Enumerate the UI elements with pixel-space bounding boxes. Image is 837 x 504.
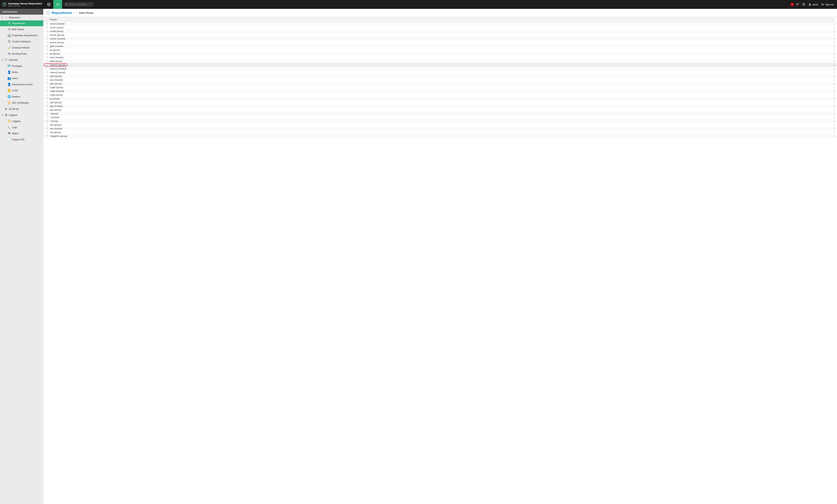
shield-alt-icon: ⛨ — [5, 107, 7, 110]
recipe-row[interactable]: maven2 (proxy)› — [43, 71, 837, 74]
sidebar-item-ldap[interactable]: 📒LDAP — [0, 88, 43, 94]
refresh-button[interactable] — [795, 2, 800, 7]
recipe-row[interactable]: pypi (group)› — [43, 101, 837, 104]
svg-point-16 — [46, 45, 48, 46]
sidebar-item-label: Logs — [12, 126, 17, 129]
sidebar-item-content-selectors[interactable]: ☰Content Selectors — [0, 38, 43, 44]
recipe-row[interactable]: raw (group)› — [43, 123, 837, 127]
recipe-row[interactable]: go (group)› — [43, 48, 837, 52]
svg-point-40 — [46, 135, 48, 136]
recipe-row[interactable]: docker (proxy)› — [43, 41, 837, 44]
sidebar-section-iq-server[interactable]: ⛨IQ Server — [0, 106, 43, 112]
db-icon — [45, 90, 49, 92]
sidebar-item-label: Routing Rules — [12, 52, 27, 55]
sidebar-item-users[interactable]: 👥Users — [0, 75, 43, 81]
recipe-row[interactable]: npm (hosted)› — [43, 78, 837, 82]
recipe-row[interactable]: r (hosted)› — [43, 115, 837, 119]
sidebar-item-support-zip[interactable]: 📄Support ZIP — [0, 137, 43, 143]
recipe-row[interactable]: docker (hosted)› — [43, 37, 837, 41]
svg-point-17 — [46, 49, 48, 50]
recipe-label: gitlfs (hosted) — [49, 45, 834, 48]
recipe-row[interactable]: maven2 (hosted)› — [43, 67, 837, 71]
db-icon — [45, 37, 49, 40]
recipe-row[interactable]: pypi (proxy)› — [43, 108, 837, 112]
recipe-row[interactable]: maven2 (group)› — [43, 63, 837, 67]
recipe-label: helm (hosted) — [49, 56, 834, 59]
svg-point-1 — [66, 3, 67, 5]
recipe-label: helm (proxy) — [49, 60, 834, 62]
recipe-row[interactable]: pypi (hosted)› — [43, 104, 837, 108]
recipe-label: pypi (group) — [49, 101, 834, 104]
sidebar-item-anonymous-access[interactable]: 👤Anonymous Access — [0, 81, 43, 88]
recipe-row[interactable]: nuget (hosted)› — [43, 89, 837, 93]
recipe-row[interactable]: go (proxy)› — [43, 52, 837, 56]
recipe-row[interactable]: helm (proxy)› — [43, 59, 837, 63]
recipe-row[interactable]: conan (hosted)› — [43, 22, 837, 26]
db-icon — [45, 78, 49, 81]
sidebar-item-logging[interactable]: 📜Logging — [0, 118, 43, 124]
recipe-label: maven2 (group) — [49, 64, 834, 66]
recipe-row[interactable]: nuget (proxy)› — [43, 93, 837, 97]
recipe-row[interactable]: raw (hosted)› — [43, 127, 837, 130]
recipe-row[interactable]: p2 (proxy)› — [43, 97, 837, 101]
db-icon — [45, 109, 49, 111]
chevron-right-icon: › — [834, 49, 835, 51]
recipe-label: raw (proxy) — [49, 131, 834, 133]
recipe-label: nuget (group) — [49, 86, 834, 89]
sidebar-section-security[interactable]: ▼🛡Security — [0, 57, 43, 63]
recipe-row[interactable]: r (proxy)› — [43, 119, 837, 123]
recipe-row[interactable]: conan (proxy)› — [43, 26, 837, 30]
sidebar-item-routing-rules[interactable]: ⇆Routing Rules — [0, 51, 43, 57]
breadcrumb-main[interactable]: Repositories — [52, 11, 72, 15]
recipe-row[interactable]: nuget (group)› — [43, 86, 837, 89]
search-box[interactable] — [64, 2, 94, 7]
sidebar-item-status[interactable]: ❤Status — [0, 130, 43, 137]
alert-icon[interactable]: ! — [790, 3, 794, 6]
sidebar-item-privileges[interactable]: 🪪Privileges — [0, 63, 43, 69]
sort-asc-icon: ↑ — [58, 18, 59, 20]
main-panel: Repositories / Select Recipe Recipe ↑ co… — [43, 9, 837, 504]
sidebar-section-support[interactable]: ▼⚙Support — [0, 112, 43, 118]
sidebar-item-proprietary-repositories[interactable]: 🏢Proprietary Repositories — [0, 32, 43, 38]
sidebar-section-repository[interactable]: ▼Repository — [0, 15, 43, 20]
sidebar-item-repositories[interactable]: Repositories — [0, 20, 43, 26]
recipe-row[interactable]: helm (hosted)› — [43, 56, 837, 59]
db-icon — [45, 105, 49, 107]
recipe-row[interactable]: conda (proxy)› — [43, 30, 837, 33]
recipe-row[interactable]: rubygems (group)› — [43, 134, 837, 138]
browse-mode-button[interactable] — [44, 0, 53, 9]
signout-button[interactable]: Sign out — [820, 2, 835, 7]
column-recipe-header[interactable]: Recipe ↑ — [49, 17, 60, 22]
recipe-label: conan (proxy) — [49, 26, 834, 29]
recipe-row[interactable]: r (group)› — [43, 112, 837, 115]
db-icon — [45, 116, 49, 119]
svg-point-28 — [46, 90, 48, 91]
recipe-row[interactable]: raw (proxy)› — [43, 130, 837, 134]
repositories-icon — [46, 11, 50, 15]
shield-icon: 🛡 — [5, 58, 7, 61]
recipe-label: npm (group) — [49, 75, 834, 77]
chevron-right-icon: › — [834, 109, 835, 111]
column-menu-button[interactable] — [834, 17, 837, 22]
user-menu[interactable]: admin — [807, 2, 819, 7]
recipe-row[interactable]: npm (group)› — [43, 74, 837, 78]
sidebar-item-logs[interactable]: >_Logs — [0, 124, 43, 130]
sidebar-item-realms[interactable]: 🌐Realms — [0, 94, 43, 100]
sidebar-item-cleanup-policies[interactable]: 🧹Cleanup Policies — [0, 44, 43, 51]
help-button[interactable] — [801, 2, 806, 7]
broom-icon: 🧹 — [8, 46, 11, 49]
chevron-right-icon: › — [834, 97, 835, 100]
sidebar-section-label: Support — [9, 114, 17, 116]
sidebar-item-label: Realms — [12, 95, 20, 98]
recipe-row[interactable]: docker (group)› — [43, 33, 837, 37]
admin-mode-button[interactable] — [53, 0, 62, 9]
recipe-row[interactable]: npm (proxy)› — [43, 82, 837, 86]
search-input[interactable] — [69, 3, 92, 6]
sidebar-item-blob-stores[interactable]: ⛁Blob Stores — [0, 26, 43, 32]
chevron-right-icon: › — [834, 75, 835, 77]
sidebar-item-ssl-certificates[interactable]: 📜SSL Certificates — [0, 100, 43, 106]
recipe-row[interactable]: gitlfs (hosted)› — [43, 44, 837, 48]
sidebar-item-roles[interactable]: 👤Roles — [0, 69, 43, 75]
username-label: admin — [812, 3, 818, 6]
db-icon — [45, 124, 49, 126]
